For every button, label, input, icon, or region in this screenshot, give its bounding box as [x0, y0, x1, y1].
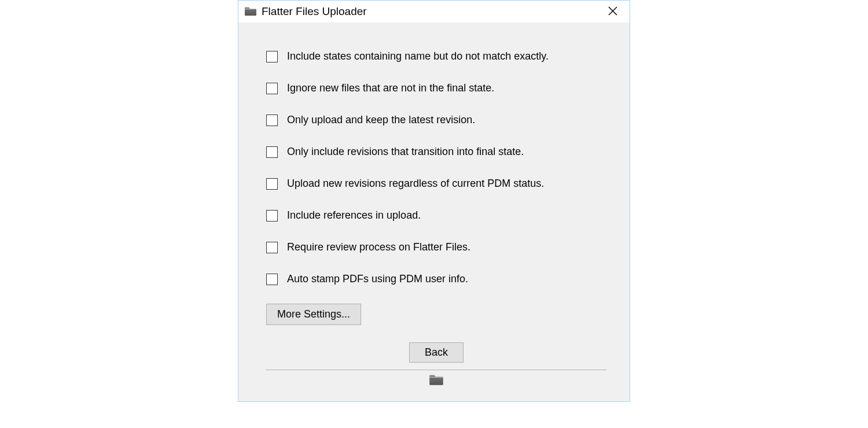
checkbox-upload-regardless-pdm[interactable]	[266, 178, 278, 190]
checkbox-label: Upload new revisions regardless of curre…	[287, 178, 544, 190]
app-window: Flatter Files Uploader Include states co…	[238, 0, 630, 402]
window-title: Flatter Files Uploader	[262, 5, 604, 18]
option-auto-stamp-pdfs: Auto stamp PDFs using PDM user info.	[266, 273, 606, 285]
divider	[266, 370, 606, 370]
checkbox-auto-stamp-pdfs[interactable]	[266, 274, 278, 285]
svg-rect-3	[429, 377, 443, 378]
svg-rect-0	[245, 9, 256, 9]
option-include-states: Include states containing name but do no…	[266, 50, 606, 62]
checkbox-include-references[interactable]	[266, 210, 278, 222]
more-settings-button[interactable]: More Settings...	[266, 304, 361, 325]
footer	[266, 375, 606, 390]
checkbox-label: Only include revisions that transition i…	[287, 146, 524, 158]
checkbox-label: Include states containing name but do no…	[287, 50, 549, 62]
option-ignore-new-files: Ignore new files that are not in the fin…	[266, 82, 606, 94]
folder-icon	[244, 7, 257, 16]
checkbox-only-latest-revision[interactable]	[266, 115, 278, 126]
option-include-references: Include references in upload.	[266, 209, 606, 222]
option-transition-final-state: Only include revisions that transition i…	[266, 146, 606, 158]
checkbox-label: Require review process on Flatter Files.	[287, 241, 470, 253]
checkbox-include-states[interactable]	[266, 51, 278, 62]
folder-icon	[429, 375, 444, 386]
titlebar: Flatter Files Uploader	[238, 1, 630, 23]
checkbox-require-review[interactable]	[266, 242, 278, 253]
content-panel: Include states containing name but do no…	[238, 23, 630, 401]
checkbox-label: Include references in upload.	[287, 209, 421, 222]
option-only-latest-revision: Only upload and keep the latest revision…	[266, 114, 606, 126]
checkbox-label: Ignore new files that are not in the fin…	[287, 82, 494, 94]
back-row: Back	[266, 342, 606, 363]
back-button[interactable]: Back	[409, 342, 464, 363]
checkbox-label: Only upload and keep the latest revision…	[287, 114, 475, 126]
option-upload-regardless-pdm: Upload new revisions regardless of curre…	[266, 178, 606, 190]
option-require-review: Require review process on Flatter Files.	[266, 241, 606, 253]
checkbox-transition-final-state[interactable]	[266, 146, 278, 158]
close-button[interactable]	[604, 3, 621, 20]
checkbox-label: Auto stamp PDFs using PDM user info.	[287, 273, 468, 285]
checkbox-ignore-new-files[interactable]	[266, 83, 278, 94]
close-icon	[608, 6, 617, 17]
